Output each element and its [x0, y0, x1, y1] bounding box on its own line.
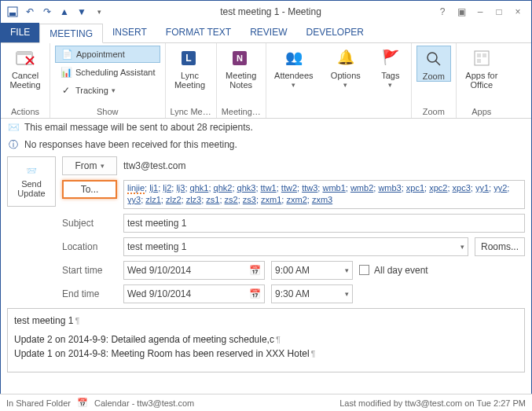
- lync-icon: L: [178, 47, 203, 69]
- message-body[interactable]: test meeting 1 Update 2 on 2014-9-9: Det…: [7, 308, 525, 372]
- recipient[interactable]: yy3: [127, 195, 141, 204]
- zoom-button[interactable]: Zoom: [416, 46, 451, 82]
- calendar-cancel-icon: [13, 47, 38, 69]
- group-show-label: Show: [55, 105, 160, 118]
- close-icon[interactable]: ×: [511, 6, 525, 17]
- svg-rect-12: [475, 51, 489, 65]
- meeting-notes-button[interactable]: N Meeting Notes: [222, 46, 261, 90]
- recipient[interactable]: ttw3: [302, 183, 317, 193]
- start-date-picker[interactable]: Wed 9/10/2014 📅: [123, 261, 265, 280]
- lync-meeting-button[interactable]: L Lync Meeting: [171, 46, 210, 90]
- recipient[interactable]: xpc3: [453, 183, 471, 193]
- recipient[interactable]: xpc1: [406, 183, 424, 193]
- start-time-picker[interactable]: 9:00 AM ▾: [271, 261, 353, 280]
- send-update-button[interactable]: 📨 Send Update: [7, 156, 56, 207]
- tab-formattext[interactable]: FORMAT TEXT: [156, 23, 240, 42]
- recipient[interactable]: zs1: [206, 195, 219, 204]
- status-calendar: Calendar - ttw3@test.com: [94, 398, 194, 408]
- qat-more-icon[interactable]: ▾: [92, 5, 106, 19]
- group-options: 🔔 Options ▾: [321, 43, 370, 118]
- tracking-button[interactable]: ✓ Tracking ▾: [55, 82, 160, 99]
- recipient[interactable]: qhk2: [214, 183, 233, 193]
- recipient[interactable]: qhk1: [190, 183, 209, 193]
- recipient[interactable]: zlz3: [186, 195, 202, 204]
- group-attendees: 👥 Attendees ▾: [266, 43, 321, 118]
- tab-file[interactable]: FILE: [1, 23, 39, 42]
- window-controls: ? ▣ – □ ×: [435, 6, 531, 17]
- prev-icon[interactable]: ▲: [57, 5, 72, 19]
- apps-button[interactable]: Apps for Office: [461, 46, 502, 90]
- recipient[interactable]: qhk3: [237, 183, 256, 193]
- ribbon-options-icon[interactable]: ▣: [454, 6, 468, 17]
- scheduling-icon: 📊: [60, 66, 72, 79]
- maximize-icon[interactable]: □: [492, 6, 506, 17]
- appointment-button[interactable]: 📄 Appointment: [55, 46, 160, 63]
- tab-developer[interactable]: DEVELOPER: [297, 23, 373, 42]
- chevron-down-icon[interactable]: ▾: [345, 290, 349, 298]
- from-label: From: [75, 160, 97, 171]
- cancel-meeting-button[interactable]: Cancel Meeting: [6, 46, 45, 90]
- tracking-icon: ✓: [60, 84, 72, 97]
- help-icon[interactable]: ?: [435, 6, 449, 17]
- to-button[interactable]: To...: [62, 180, 117, 199]
- tab-review[interactable]: REVIEW: [240, 23, 296, 42]
- end-date-picker[interactable]: Wed 9/10/2014 📅: [123, 284, 265, 303]
- from-value: ttw3@test.com: [123, 160, 525, 171]
- redo-icon[interactable]: ↷: [40, 5, 54, 19]
- recipient[interactable]: zs3: [243, 195, 256, 204]
- recipient[interactable]: wmb2: [350, 183, 373, 193]
- rooms-button[interactable]: Rooms...: [475, 237, 525, 256]
- recipient[interactable]: lj2: [163, 183, 171, 193]
- recipient[interactable]: zxm3: [312, 195, 332, 204]
- scheduling-button[interactable]: 📊 Scheduling Assistant: [55, 64, 160, 81]
- subject-input[interactable]: test meeting 1: [123, 214, 525, 233]
- location-input[interactable]: test meeting 1 ▾: [123, 237, 468, 256]
- group-tags: 🚩 Tags ▾: [370, 43, 412, 118]
- recipient[interactable]: zs2: [225, 195, 238, 204]
- minimize-icon[interactable]: –: [473, 6, 487, 17]
- chevron-down-icon[interactable]: ▾: [460, 243, 464, 251]
- recipients-field[interactable]: linjie; lj1; lj2; lj3; qhk1; qhk2; qhk3;…: [123, 180, 525, 209]
- all-day-checkbox[interactable]: All day event: [359, 265, 428, 276]
- chevron-down-icon[interactable]: ▾: [345, 266, 349, 274]
- zoom-icon: [421, 48, 446, 70]
- chevron-down-icon: ▾: [112, 86, 116, 94]
- status-bar: In Shared Folder 📅 Calendar - ttw3@test.…: [0, 394, 532, 411]
- recipient[interactable]: ttw2: [281, 183, 297, 193]
- status-folder: In Shared Folder: [6, 398, 71, 408]
- recipient[interactable]: zxm2: [286, 195, 306, 204]
- chevron-down-icon: ▾: [388, 82, 392, 90]
- calendar-icon[interactable]: 📅: [249, 265, 261, 276]
- undo-icon[interactable]: ↶: [23, 5, 37, 19]
- end-time-picker[interactable]: 9:30 AM ▾: [271, 284, 353, 303]
- to-label: To...: [81, 184, 99, 195]
- options-button[interactable]: 🔔 Options ▾: [326, 46, 365, 90]
- recipient[interactable]: lj3: [176, 183, 185, 193]
- recipient[interactable]: zlz1: [145, 195, 161, 204]
- svg-rect-13: [477, 53, 481, 57]
- titlebar: ↶ ↷ ▲ ▼ ▾ test meeting 1 - Meeting ? ▣ –…: [1, 1, 531, 23]
- recipient[interactable]: ttw1: [261, 183, 277, 193]
- recipient[interactable]: zlz2: [166, 195, 182, 204]
- checkbox-icon[interactable]: [359, 265, 369, 275]
- tab-meeting[interactable]: MEETING: [39, 24, 103, 43]
- calendar-icon[interactable]: 📅: [249, 288, 261, 299]
- chevron-down-icon: ▾: [101, 162, 105, 170]
- recipient[interactable]: zxm1: [261, 195, 281, 204]
- from-button[interactable]: From ▾: [62, 156, 117, 175]
- tab-insert[interactable]: INSERT: [103, 23, 156, 42]
- recipient[interactable]: wmb1: [322, 183, 345, 193]
- recipient[interactable]: lj1: [149, 183, 158, 193]
- recipient[interactable]: yy2: [493, 183, 507, 193]
- save-icon[interactable]: [6, 5, 20, 19]
- subject-label: Subject: [62, 218, 117, 229]
- recipient[interactable]: wmb3: [378, 183, 401, 193]
- zoom-label: Zoom: [423, 72, 445, 81]
- recipient[interactable]: xpc2: [429, 183, 447, 193]
- tags-button[interactable]: 🚩 Tags ▾: [375, 46, 406, 90]
- recipient[interactable]: linjie: [127, 183, 145, 194]
- recipient[interactable]: yy1: [475, 183, 489, 193]
- attendees-button[interactable]: 👥 Attendees ▾: [271, 46, 317, 90]
- appointment-icon: 📄: [61, 48, 73, 61]
- next-icon[interactable]: ▼: [75, 5, 89, 19]
